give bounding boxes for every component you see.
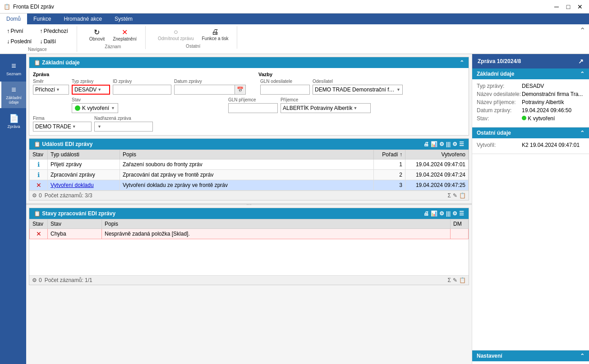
gear-stavy-icon[interactable]: ⚙ — [452, 210, 457, 217]
btn-posledni[interactable]: ↓ Poslední — [4, 36, 35, 46]
stavy-settings-icon[interactable]: ⚙ — [32, 277, 37, 283]
th-popis-stavy: Popis — [102, 219, 451, 229]
edit-stavy-icon[interactable]: ✎ — [453, 277, 457, 283]
arrow-down-icon: ↓ — [7, 38, 10, 45]
table-row[interactable]: ✕ Vytvoření dokladu Vytvoření dokladu ze… — [30, 180, 469, 191]
td-vytvoreno-3: 19.04.2024 09:47:25 — [405, 180, 469, 191]
tab-hromadne-akce[interactable]: Hromadné akce — [57, 14, 108, 24]
stavy-table-body: ✕ Chyba Nesprávně zadaná položka [Sklad]… — [30, 229, 469, 239]
th-vytvoreno: Vytvořeno — [405, 150, 469, 159]
resize-handle[interactable] — [26, 203, 472, 205]
gear-events-icon[interactable]: ⚙ — [452, 141, 457, 147]
section-zakladni-udaje-header: 📋 Základní údaje ⌃ — [29, 57, 469, 68]
section-zakladni-udaje-collapse[interactable]: ⌃ — [460, 59, 464, 66]
maximize-button[interactable]: □ — [563, 1, 574, 12]
input-firma[interactable]: DEMO TRADE ▼ — [33, 122, 92, 132]
events-table-body: ℹ Přijetí zprávy Zařazení souboru do fro… — [30, 159, 469, 191]
print-events-icon[interactable]: 🖨 — [423, 141, 429, 147]
export-stavy-icon[interactable]: 📋 — [459, 277, 466, 283]
section-zakladni-udaje-body: Zpráva Vazby Směr Příchozí ▼ — [29, 68, 469, 135]
stavy-table-toolbar: ⚙ 0 Počet záznamů: 1/1 Σ ✎ 📋 — [29, 275, 469, 285]
right-row-nazev-prijemce: Název příjemce: Potraviny Albertík — [477, 99, 584, 105]
right-panel-expand-icon[interactable]: ↗ — [578, 58, 584, 65]
columns-events-icon[interactable]: ||| — [446, 141, 451, 147]
btn-funkce-tisk[interactable]: 🖨 Funkce a tisk — [199, 26, 232, 43]
export-events-icon[interactable]: 📋 — [459, 192, 466, 199]
columns-stavy-icon[interactable]: ||| — [446, 210, 451, 217]
tab-system[interactable]: Systém — [108, 14, 139, 24]
ribbon-group-ostatni-buttons: ○ Odmítnout zprávu 🖨 Funkce a tisk — [155, 26, 231, 43]
label-gln-odesilatele: GLN odesilatele — [260, 79, 310, 84]
right-section-zakladni-udaje-header[interactable]: Základní údaje ⌃ — [472, 68, 589, 79]
td-typ-3: Vytvoření dokladu — [48, 180, 120, 191]
btn-predchozi[interactable]: ↑ Předchozí — [37, 26, 71, 36]
events-settings-icon[interactable]: ⚙ — [32, 192, 37, 199]
input-odesilatel[interactable]: DEMO TRADE Demonstrační firma Trade, spo… — [313, 85, 403, 95]
menu-stavy-icon[interactable]: ☰ — [459, 210, 464, 217]
right-section-ostatni-udaje-body: Vytvořil: K2 19.04.2024 09:47:01 — [472, 138, 589, 154]
ribbon-tabs: Domů Funkce Hromadné akce Systém — [0, 14, 589, 24]
input-prijemce[interactable]: ALBERTÍK Potraviny Albertík ▼ — [281, 103, 371, 113]
btn-odmitnout[interactable]: ○ Odmítnout zprávu — [155, 26, 197, 43]
sidebar-item-zakladni-udaje[interactable]: ≡ Základní údaje — [0, 82, 26, 108]
section-udalosti-title-wrap: 📋 Události EDI zprávy — [34, 141, 92, 147]
right-ostatni-collapse-icon[interactable]: ⌃ — [580, 130, 584, 136]
odesilatel-arrow-icon: ▼ — [396, 87, 400, 92]
chart-events-icon[interactable]: 📊 — [431, 141, 437, 147]
settings-events-icon[interactable]: ⚙ — [439, 141, 444, 147]
table-row[interactable]: ℹ Zpracování zprávy Zpracování dat zpráv… — [30, 170, 469, 180]
form-group-nadrazena-zprava: Nadřazená zpráva ▼ — [94, 116, 153, 132]
td-popis-1: Zařazení souboru do fronty zpráv — [120, 159, 374, 170]
input-smer[interactable]: Příchozí ▼ — [33, 85, 69, 95]
th-dm: DM — [451, 219, 469, 229]
btn-prvni[interactable]: ↑ První — [4, 26, 35, 36]
sum-events-icon[interactable]: Σ — [448, 192, 451, 199]
right-zakladni-collapse-icon[interactable]: ⌃ — [580, 71, 584, 77]
edit-events-icon[interactable]: ✎ — [453, 192, 457, 199]
ribbon-group-zaznam: ↻ Obnovit ✕ Zneplatnění Záznam — [86, 26, 146, 49]
menu-events-icon[interactable]: ☰ — [459, 141, 464, 147]
table-row[interactable]: ✕ Chyba Nesprávně zadaná položka [Sklad]… — [30, 229, 469, 239]
close-button[interactable]: ✕ — [575, 1, 585, 12]
settings-stavy-icon[interactable]: ⚙ — [439, 210, 444, 217]
datum-zpravy-calendar-btn[interactable]: 📅 — [235, 85, 246, 95]
btn-zneplatneni[interactable]: ✕ Zneplatnění — [110, 26, 140, 43]
events-toolbar-right: Σ ✎ 📋 — [448, 192, 466, 199]
right-row-nazev-odesilatele: Název odesilatele: Demonstrační firma Tr… — [477, 91, 584, 97]
ribbon-collapse[interactable]: ⌃ — [580, 26, 585, 35]
right-section-ostatni-udaje-header[interactable]: Ostatní údaje ⌃ — [472, 127, 589, 138]
status-badge-stav[interactable]: K vytvoření ▼ — [72, 103, 118, 113]
input-gln-prijemce[interactable]: 789456413 — [228, 103, 278, 113]
typ-zpravy-arrow-icon: ▼ — [97, 87, 101, 92]
table-row[interactable]: ℹ Přijetí zprávy Zařazení souboru do fro… — [30, 159, 469, 170]
ribbon: Domů Funkce Hromadné akce Systém ↑ První… — [0, 14, 589, 54]
btn-obnovit[interactable]: ↻ Obnovit — [86, 26, 108, 43]
tab-funkce[interactable]: Funkce — [27, 14, 57, 24]
right-section-ostatni-udaje: Ostatní údaje ⌃ Vytvořil: K2 19.04.2024 … — [472, 127, 589, 154]
ribbon-group-ostatni-label: Ostatní — [186, 44, 200, 49]
th-poradi: Pořadí ↑ — [374, 150, 405, 159]
right-row-stav: Stav: K vytvoření — [477, 115, 584, 122]
section-zakladni-udaje-title-wrap: 📋 Základní údaje — [34, 59, 80, 66]
sum-stavy-icon[interactable]: Σ — [448, 277, 451, 283]
right-section-nastaveni-header[interactable]: Nastavení ⌃ — [472, 350, 589, 361]
chart-stavy-icon[interactable]: 📊 — [431, 210, 437, 217]
input-gln-odesilatele[interactable]: 128745963 — [260, 85, 310, 95]
btn-dalsi[interactable]: ↓ Další — [37, 36, 71, 46]
right-nastaveni-collapse-icon[interactable]: ⌃ — [580, 353, 584, 359]
sidebar-item-zprava[interactable]: 📄 Zpráva — [0, 110, 26, 132]
td-typ-2: Zpracování zprávy — [48, 170, 120, 180]
section-zakladni-udaje-title: Základní údaje — [42, 59, 79, 66]
content-area: 📋 Základní údaje ⌃ Zpráva Vazby Směr — [26, 54, 472, 364]
input-nadrazena-zprava[interactable]: ▼ — [94, 122, 153, 132]
section-stavy-header: 📋 Stavy zpracování EDI zprávy 🖨 📊 ⚙ ||| … — [29, 208, 469, 219]
label-gln-prijemce: GLN příjemce — [228, 97, 278, 102]
ribbon-collapse-icon[interactable]: ⌃ — [580, 26, 585, 35]
sidebar-item-seznam[interactable]: ≡ Seznam — [0, 58, 26, 80]
print-stavy-icon[interactable]: 🖨 — [423, 210, 429, 217]
minimize-button[interactable]: ─ — [551, 1, 562, 12]
input-datum-zpravy[interactable]: 19.04.2024 09:46:50 — [174, 85, 235, 95]
input-id-zpravy[interactable]: 10/2024/8 — [113, 85, 171, 95]
tab-domu[interactable]: Domů — [0, 14, 27, 24]
input-typ-zpravy[interactable]: DESADV ▼ — [72, 85, 110, 95]
